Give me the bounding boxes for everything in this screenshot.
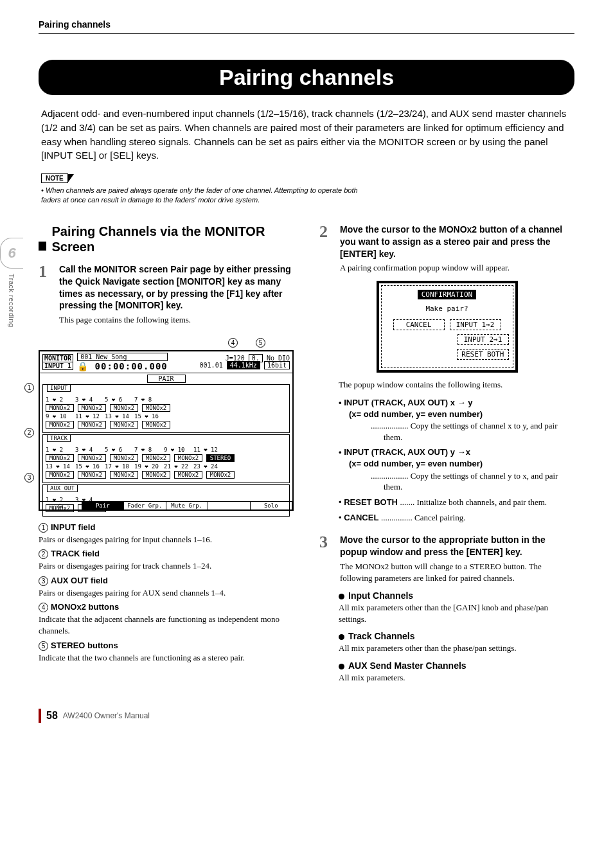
footer-tab-pair[interactable]: Pair — [82, 502, 125, 509]
mono-button[interactable]: MONOx2 — [46, 471, 74, 479]
callout-5-icon: 5 — [256, 338, 265, 348]
popup-item-head: INPUT (TRACK, AUX OUT) y →x — [344, 447, 470, 457]
monitor-screenshot: 4 5 MONITOR INPUT 1 001_New_Song 🔒 00:00… — [39, 338, 294, 511]
step-desc: A pairing confirmation popup window will… — [340, 262, 574, 274]
stereo-button[interactable]: STEREO — [206, 454, 235, 462]
mono-button[interactable]: MONOx2 — [78, 471, 106, 479]
result-heading: Track Channels — [339, 631, 574, 641]
mono-button[interactable]: MONOx2 — [110, 404, 138, 412]
track-section-label: TRACK — [47, 434, 71, 442]
step-number: 3 — [319, 534, 333, 584]
track-field-section: TRACK 1 ❤ 2 3 ❤ 4 5 ❤ 6 7 ❤ 8 9 ❤ 10 11 … — [42, 434, 290, 483]
reset-both-button[interactable]: RESET BOTH — [457, 349, 508, 360]
step-desc: The MONOx2 button will change to a STERE… — [340, 561, 574, 584]
chapter-tab: 6 Track recording — [0, 238, 23, 328]
glossary-item: 2TRACK field Pairs or disengages pairing… — [39, 549, 294, 572]
intro-paragraph: Adjacent odd- and even-numbered input ch… — [41, 107, 572, 163]
song-name: 001_New_Song — [77, 353, 168, 361]
square-bullet-icon — [39, 242, 46, 251]
mono-button[interactable]: MONOx2 — [174, 471, 202, 479]
glossary-label: STEREO buttons — [51, 641, 118, 650]
mono-button[interactable]: MONOx2 — [110, 421, 138, 429]
callout-4-icon: 4 — [228, 338, 238, 348]
step-3: 3 Move the cursor to the appropriate but… — [319, 534, 574, 584]
header-rule — [39, 33, 574, 34]
mono-button[interactable]: MONOx2 — [78, 421, 106, 429]
step-title: Move the cursor to the appropriate butto… — [340, 534, 574, 558]
mono-button[interactable]: MONOx2 — [206, 471, 235, 479]
input-2-to-1-button[interactable]: INPUT 2→1 — [458, 334, 509, 345]
mono-button[interactable]: MONOx2 — [46, 454, 74, 462]
glossary-desc: Indicate that the two channels are funct… — [39, 652, 294, 664]
bullet-icon — [339, 634, 344, 640]
note-box: NOTE • When channels are paired always o… — [41, 172, 574, 206]
glossary-label: TRACK field — [51, 549, 100, 558]
callout-1-icon: 1 — [24, 383, 34, 393]
glossary-item: 5STEREO buttons Indicate that the two ch… — [39, 641, 294, 664]
result-heading: AUX Send Master Channels — [339, 660, 574, 671]
step-number: 1 — [39, 263, 53, 326]
footer-tab-blank[interactable] — [208, 502, 251, 509]
popup-item-head: INPUT (TRACK, AUX OUT) x → y — [344, 398, 472, 407]
glossary-desc: Indicate that the adjacent channels are … — [39, 614, 294, 636]
glossary-label: INPUT field — [51, 522, 95, 532]
cancel-button[interactable]: CANCEL — [393, 319, 445, 330]
mono-button[interactable]: MONOx2 — [142, 471, 170, 479]
popup-item-def: .................. Copy the settings of … — [384, 420, 574, 443]
section-title: Pairing Channels via the MONITOR Screen — [51, 224, 282, 254]
step-1: 1 Call the MONITOR screen Pair page by e… — [39, 263, 294, 326]
popup-item-head: RESET BOTH — [344, 497, 398, 507]
section-heading: Pairing Channels via the MONITOR Screen — [39, 224, 294, 254]
screen-name-label: MONITOR — [42, 354, 73, 362]
note-text: • When channels are paired always operat… — [41, 186, 375, 206]
page-footer: 58 AW2400 Owner's Manual — [39, 709, 574, 723]
mono-button[interactable]: MONOx2 — [142, 404, 170, 412]
footer-tab-solo[interactable]: Solo — [251, 502, 293, 509]
chapter-label: Track recording — [8, 274, 15, 328]
mono-button[interactable]: MONOx2 — [142, 421, 170, 429]
glossary-desc: Pairs or disengages pairing for input ch… — [39, 534, 294, 545]
page-number: 58 — [46, 710, 58, 722]
footer-tab-fader[interactable]: Fader Grp. — [124, 502, 166, 509]
mono-button[interactable]: MONOx2 — [78, 404, 106, 412]
input-1-to-2-button[interactable]: INPUT 1→2 — [450, 319, 501, 330]
step-desc: This page contains the following items. — [59, 314, 294, 326]
glossary-item: 4MONOx2 buttons Indicate that the adjace… — [39, 602, 294, 636]
mono-button[interactable]: MONOx2 — [110, 471, 138, 479]
confirmation-popup: CONFIRMATION Make pair? CANCEL INPUT 1→2… — [377, 281, 518, 373]
mono-button[interactable]: MONOx2 — [46, 404, 74, 412]
step-title: Call the MONITOR screen Pair page by eit… — [59, 263, 294, 312]
input-field-section: INPUT 1 ❤ 2 3 ❤ 4 5 ❤ 6 7 ❤ 8 MONOx2 MON… — [42, 384, 290, 433]
result-heading: Input Channels — [339, 590, 574, 601]
footer-bar-icon — [39, 709, 41, 723]
glossary-item: 3AUX OUT field Pairs or disengages pairi… — [39, 576, 294, 599]
note-tag: NOTE — [41, 173, 68, 183]
mono-button[interactable]: MONOx2 — [110, 454, 138, 462]
screen-footer-tabs: 🗂 Pair Fader Grp. Mute Grp. Solo — [40, 501, 292, 509]
input-section-label: INPUT — [47, 384, 71, 392]
meter: 001.01 — [200, 362, 223, 369]
mono-button[interactable]: MONOx2 — [46, 421, 74, 429]
popup-item-def: ............... Cancel pairing. — [381, 513, 465, 522]
pair-tab[interactable]: PAIR — [147, 375, 186, 383]
popup-title: CONFIRMATION — [418, 290, 476, 299]
bullet-icon — [339, 664, 344, 669]
bullet-icon — [339, 594, 344, 599]
chapter-number: 6 — [8, 245, 15, 261]
glossary-desc: Pairs or disengages pairing for track ch… — [39, 560, 294, 572]
result-desc: All mix parameters other than the [GAIN]… — [339, 602, 574, 624]
callout-3-icon: 3 — [24, 473, 34, 483]
footer-tab-mute[interactable]: Mute Grp. — [166, 502, 209, 509]
aux-field-section: AUX OUT 1 ❤ 2 3 ❤ 4 MONOx2 MONOx2 — [42, 484, 290, 517]
callout-2-icon: 2 — [24, 428, 34, 438]
mono-button[interactable]: MONOx2 — [174, 454, 202, 462]
footer-tab[interactable]: 🗂 — [40, 502, 82, 509]
popup-item-def: ....... Initialize both channels, and pa… — [400, 497, 547, 507]
result-desc: All mix parameters other than the phase/… — [339, 642, 574, 654]
popup-item-sub: (x= odd number, y= even number) — [349, 409, 574, 420]
popup-item-sub: (x= odd number, y= even number) — [349, 458, 574, 470]
mono-button[interactable]: MONOx2 — [78, 454, 106, 462]
glossary-label: MONOx2 buttons — [51, 602, 119, 612]
mono-button[interactable]: MONOx2 — [142, 454, 170, 462]
popup-item-def: .................. Copy the settings of … — [384, 470, 574, 493]
